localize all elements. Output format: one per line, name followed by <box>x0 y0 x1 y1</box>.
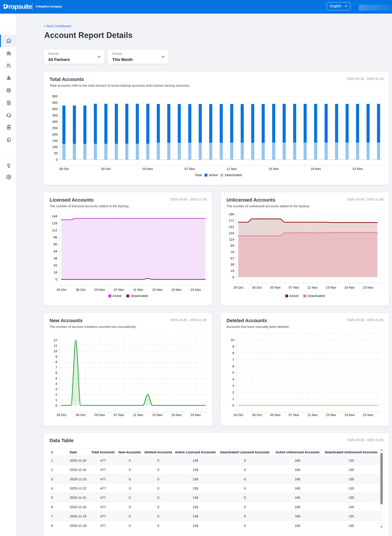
svg-text:Active: Active <box>209 173 218 177</box>
svg-text:2: 2 <box>56 393 57 396</box>
svg-text:16: 16 <box>53 270 57 274</box>
svg-text:15 Nov: 15 Nov <box>326 286 336 289</box>
svg-text:400: 400 <box>52 107 58 111</box>
svg-text:07 Nov: 07 Nov <box>114 413 124 417</box>
svg-text:15 Nov: 15 Nov <box>152 288 163 292</box>
svg-text:300: 300 <box>52 120 58 123</box>
svg-text:152: 152 <box>229 225 234 229</box>
svg-text:128: 128 <box>52 221 57 225</box>
svg-text:11: 11 <box>54 344 57 347</box>
svg-text:03 Nov: 03 Nov <box>143 167 153 171</box>
svg-text:11 Nov: 11 Nov <box>307 413 318 417</box>
svg-text:0: 0 <box>56 404 57 407</box>
svg-text:15 Nov: 15 Nov <box>326 413 336 417</box>
svg-text:03 Nov: 03 Nov <box>270 413 281 417</box>
svg-text:8: 8 <box>232 351 234 355</box>
svg-text:26 Oct: 26 Oct <box>233 286 243 289</box>
svg-text:19: 19 <box>230 269 234 273</box>
svg-text:03 Nov: 03 Nov <box>270 286 281 289</box>
svg-text:0: 0 <box>232 404 234 407</box>
svg-text:03 Nov: 03 Nov <box>94 413 105 417</box>
svg-text:30 Oct: 30 Oct <box>252 286 262 289</box>
svg-text:Deactivated: Deactivated <box>308 294 325 298</box>
svg-text:23 Nov: 23 Nov <box>191 413 201 417</box>
svg-text:23 Nov: 23 Nov <box>191 288 201 292</box>
svg-text:11 Nov: 11 Nov <box>227 167 237 171</box>
svg-text:12: 12 <box>53 338 57 342</box>
svg-text:Active: Active <box>113 294 122 298</box>
svg-text:15 Nov: 15 Nov <box>152 413 163 417</box>
svg-text:190: 190 <box>229 212 234 216</box>
svg-text:15 Nov: 15 Nov <box>269 167 279 171</box>
svg-text:9: 9 <box>56 355 57 358</box>
svg-text:30 Oct: 30 Oct <box>101 167 111 171</box>
svg-text:19 Nov: 19 Nov <box>171 288 182 292</box>
svg-text:7: 7 <box>232 358 234 362</box>
svg-text:50: 50 <box>54 151 58 155</box>
svg-text:96: 96 <box>53 235 57 239</box>
svg-text:0: 0 <box>56 277 57 281</box>
svg-text:Total: Total <box>195 173 202 177</box>
svg-text:10: 10 <box>53 349 57 353</box>
svg-text:Active: Active <box>290 294 299 298</box>
svg-text:19 Nov: 19 Nov <box>310 167 321 171</box>
svg-text:Deactivated: Deactivated <box>131 294 148 298</box>
svg-text:112: 112 <box>52 228 57 232</box>
svg-text:95: 95 <box>230 244 234 247</box>
svg-text:6: 6 <box>232 364 234 368</box>
svg-text:Deactivated: Deactivated <box>225 173 242 177</box>
svg-text:30 Oct: 30 Oct <box>76 413 85 417</box>
svg-text:1: 1 <box>232 397 234 401</box>
svg-text:3: 3 <box>56 387 57 391</box>
svg-text:48: 48 <box>53 256 57 260</box>
svg-text:0: 0 <box>56 158 58 161</box>
svg-text:9: 9 <box>232 344 234 348</box>
svg-text:64: 64 <box>53 249 57 253</box>
svg-text:76: 76 <box>230 250 234 254</box>
svg-text:26 Oct: 26 Oct <box>56 413 66 417</box>
svg-text:30 Oct: 30 Oct <box>76 288 85 292</box>
svg-text:100: 100 <box>52 145 58 149</box>
svg-text:32: 32 <box>53 263 57 267</box>
svg-text:80: 80 <box>53 242 57 246</box>
svg-text:ropsuite: ropsuite <box>8 3 32 10</box>
svg-text:07 Nov: 07 Nov <box>289 413 299 417</box>
svg-text:7: 7 <box>56 365 57 369</box>
svg-text:114: 114 <box>229 238 234 241</box>
svg-text:144: 144 <box>52 214 57 218</box>
svg-text:11 Nov: 11 Nov <box>133 288 143 292</box>
svg-text:03 Nov: 03 Nov <box>94 288 105 292</box>
svg-text:19 Nov: 19 Nov <box>344 413 355 417</box>
svg-text:150: 150 <box>52 139 58 143</box>
svg-text:6: 6 <box>56 371 57 375</box>
svg-text:26 Oct: 26 Oct <box>59 167 69 171</box>
svg-text:11 Nov: 11 Nov <box>133 413 143 417</box>
svg-text:26 Oct: 26 Oct <box>233 413 243 417</box>
svg-text:2: 2 <box>232 390 234 394</box>
svg-text:10: 10 <box>230 338 234 342</box>
svg-text:19 Nov: 19 Nov <box>171 413 182 417</box>
svg-text:5: 5 <box>232 371 234 374</box>
svg-text:250: 250 <box>52 126 58 130</box>
svg-text:133: 133 <box>229 231 234 235</box>
svg-text:350: 350 <box>52 113 58 117</box>
svg-text:57: 57 <box>230 256 234 260</box>
svg-text:3: 3 <box>232 384 234 388</box>
svg-text:4: 4 <box>56 382 57 386</box>
svg-text:19 Nov: 19 Nov <box>344 286 355 289</box>
svg-text:23 Nov: 23 Nov <box>363 286 373 289</box>
svg-text:23 Nov: 23 Nov <box>363 413 373 417</box>
svg-text:500: 500 <box>52 94 58 98</box>
svg-text:200: 200 <box>52 132 58 136</box>
svg-text:30 Oct: 30 Oct <box>252 413 262 417</box>
svg-text:5: 5 <box>56 376 57 380</box>
svg-text:07 Nov: 07 Nov <box>114 288 124 292</box>
svg-text:11 Nov: 11 Nov <box>307 286 318 289</box>
svg-text:23 Nov: 23 Nov <box>352 167 363 171</box>
svg-text:4: 4 <box>232 377 234 381</box>
svg-text:450: 450 <box>52 101 58 104</box>
svg-text:07 Nov: 07 Nov <box>289 286 299 289</box>
svg-text:$: $ <box>8 101 9 103</box>
svg-text:1: 1 <box>56 398 57 402</box>
svg-text:38: 38 <box>230 263 234 266</box>
